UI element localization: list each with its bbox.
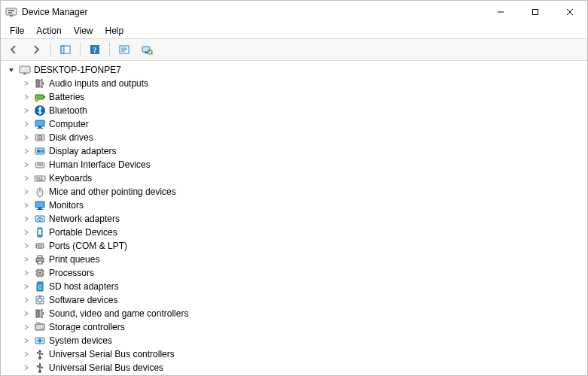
battery-icon — [34, 91, 46, 103]
chevron-right-icon[interactable] — [22, 147, 31, 156]
chevron-right-icon[interactable] — [22, 350, 31, 359]
tree-category-node[interactable]: Ports (COM & LPT) — [4, 239, 587, 253]
tree-category-label: Bluetooth — [49, 104, 87, 117]
usb-icon — [34, 348, 46, 360]
svg-rect-9 — [61, 46, 64, 53]
tree-category-node[interactable]: Computer — [4, 117, 587, 131]
tree-category-node[interactable]: Storage controllers — [4, 320, 587, 334]
toolbar-back-button[interactable] — [4, 40, 23, 59]
tree-category-label: Disk drives — [49, 131, 93, 144]
window-title: Device Manager — [22, 7, 87, 17]
tree-category-node[interactable]: Software devices — [4, 293, 587, 307]
tree-category-label: Storage controllers — [49, 320, 125, 334]
menu-view[interactable]: View — [68, 24, 99, 38]
chevron-right-icon[interactable] — [22, 363, 31, 372]
tree-category-node[interactable]: Print queues — [4, 253, 587, 266]
chevron-right-icon[interactable] — [22, 214, 31, 223]
tree-category-node[interactable]: Audio inputs and outputs — [4, 77, 587, 90]
chevron-right-icon[interactable] — [22, 268, 31, 277]
maximize-button[interactable] — [518, 1, 553, 23]
tree-root-node[interactable]: DESKTOP-1FONPE7 — [4, 63, 587, 77]
menu-help[interactable]: Help — [99, 24, 130, 38]
tree-category-label: System devices — [49, 334, 112, 347]
toolbar-scan-hardware-button[interactable] — [137, 40, 157, 59]
monitor-icon — [34, 199, 46, 211]
tree-category-node[interactable]: Bluetooth — [4, 104, 587, 117]
toolbar-forward-button[interactable] — [26, 40, 46, 59]
software-icon — [34, 294, 46, 306]
window-controls — [483, 1, 587, 23]
tree-category-node[interactable]: Universal Serial Bus controllers — [4, 347, 587, 361]
tree-category-label: Network adapters — [49, 212, 120, 226]
chevron-right-icon[interactable] — [22, 336, 31, 345]
chevron-right-icon[interactable] — [22, 201, 31, 210]
device-manager-window: Device Manager File Action View Help — [0, 0, 588, 376]
tree-category-node[interactable]: Network adapters — [4, 212, 587, 226]
chevron-right-icon[interactable] — [22, 106, 31, 115]
chevron-right-icon[interactable] — [22, 79, 31, 88]
chevron-right-icon[interactable] — [22, 296, 31, 305]
tree-category-label: Portable Devices — [49, 226, 117, 239]
tree-category-node[interactable]: Portable Devices — [4, 226, 587, 239]
chevron-right-icon[interactable] — [22, 228, 31, 237]
speaker-icon — [34, 308, 46, 320]
svg-rect-20 — [20, 66, 30, 73]
toolbar-help-button[interactable]: ? — [85, 40, 105, 59]
svg-text:?: ? — [93, 46, 97, 54]
chevron-right-icon[interactable] — [22, 282, 31, 291]
chevron-right-icon[interactable] — [22, 187, 31, 196]
chevron-right-icon[interactable] — [22, 255, 31, 264]
tree-category-label: Mice and other pointing devices — [49, 185, 176, 199]
toolbar-show-hide-console-button[interactable] — [56, 40, 75, 59]
app-icon — [5, 6, 17, 18]
tree-category-label: Sound, video and game controllers — [49, 307, 188, 320]
tree-category-node[interactable]: System devices — [4, 334, 587, 347]
tree-category-label: Display adapters — [49, 144, 116, 158]
tree-category-label: Universal Serial Bus devices — [49, 361, 163, 374]
tree-category-label: Computer — [49, 117, 89, 131]
tree-category-node[interactable]: Mice and other pointing devices — [4, 185, 587, 199]
tree-category-label: SD host adapters — [49, 280, 119, 293]
svg-rect-1 — [8, 10, 14, 11]
computer-icon — [19, 64, 31, 76]
svg-rect-21 — [23, 73, 26, 74]
tree-category-label: Human Interface Devices — [49, 158, 151, 171]
tree-category-node[interactable]: Sound, video and game controllers — [4, 307, 587, 320]
chevron-down-icon[interactable] — [7, 65, 16, 74]
printer-icon — [34, 253, 46, 265]
toolbar-properties-button[interactable] — [114, 40, 134, 59]
chevron-right-icon[interactable] — [22, 92, 31, 102]
tree-category-node[interactable]: Universal Serial Bus devices — [4, 361, 587, 374]
tree-category-node[interactable]: Keyboards — [4, 171, 587, 185]
network-icon — [34, 213, 46, 225]
chevron-right-icon[interactable] — [22, 323, 31, 332]
sdcard-icon — [34, 280, 46, 293]
chevron-right-icon[interactable] — [22, 120, 31, 129]
chevron-right-icon[interactable] — [22, 133, 31, 142]
tree-category-node[interactable]: Processors — [4, 266, 587, 280]
device-tree[interactable]: DESKTOP-1FONPE7 Audio inputs and outputs… — [1, 61, 587, 375]
menu-action[interactable]: Action — [30, 24, 67, 38]
svg-rect-16 — [142, 47, 150, 52]
menubar: File Action View Help — [1, 23, 587, 38]
portable-icon — [34, 226, 46, 238]
tree-category-label: Audio inputs and outputs — [49, 77, 148, 90]
usb-icon — [34, 362, 46, 374]
tree-category-node[interactable]: Disk drives — [4, 131, 587, 144]
tree-category-node[interactable]: Human Interface Devices — [4, 158, 587, 171]
minimize-button[interactable] — [483, 1, 518, 23]
tree-category-node[interactable]: Display adapters — [4, 144, 587, 158]
close-button[interactable] — [553, 1, 587, 23]
hid-icon — [34, 159, 46, 171]
tree-category-node[interactable]: SD host adapters — [4, 280, 587, 293]
menu-file[interactable]: File — [4, 24, 30, 38]
chevron-right-icon[interactable] — [22, 160, 31, 169]
storage-icon — [34, 321, 46, 333]
chevron-right-icon[interactable] — [22, 174, 31, 183]
tree-category-node[interactable]: Batteries — [4, 90, 587, 104]
chevron-right-icon[interactable] — [22, 241, 31, 250]
speaker-icon — [34, 77, 46, 89]
tree-category-node[interactable]: Monitors — [4, 199, 587, 212]
chevron-right-icon[interactable] — [22, 309, 31, 318]
mouse-icon — [34, 186, 46, 198]
